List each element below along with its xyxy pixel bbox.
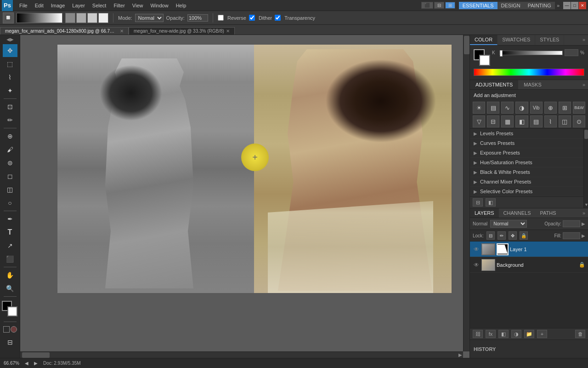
move-tool[interactable]: ✥ — [3, 44, 17, 57]
preset-channel-mixer[interactable]: ▶ Channel Mixer Presets — [470, 177, 588, 187]
scroll-down-icon[interactable]: ▼ — [584, 202, 588, 207]
dither-checkbox[interactable] — [249, 15, 255, 21]
adj-bw[interactable]: B&W — [573, 102, 585, 114]
gradient-swatch-4[interactable] — [98, 13, 108, 23]
menu-window[interactable]: Window — [147, 2, 172, 9]
menu-layer[interactable]: Layer — [68, 2, 89, 9]
magic-wand-tool[interactable]: ✦ — [3, 84, 17, 97]
toolbar-collapse[interactable]: ◀▶ — [6, 37, 14, 42]
color-bg-swatch[interactable] — [479, 55, 490, 66]
mode-btn-1[interactable]: ⬛ — [421, 2, 433, 9]
presets-scrollbar[interactable]: ▼ — [583, 129, 588, 208]
menu-help[interactable]: Help — [172, 2, 190, 9]
adj-levels[interactable]: ▤ — [487, 102, 499, 114]
tab-paths[interactable]: PATHS — [536, 208, 561, 218]
essentials-button[interactable]: ESSENTIALS — [459, 2, 498, 9]
opacity-arrow[interactable]: ▶ — [582, 221, 585, 226]
hand-tool[interactable]: ✋ — [3, 269, 17, 282]
adj-panel-options[interactable]: » — [580, 80, 588, 89]
layer-link-icon[interactable]: ⛓ — [473, 330, 483, 338]
adj-color-balance[interactable]: ⊞ — [559, 102, 571, 114]
brush-tool[interactable]: 🖌 — [3, 143, 17, 156]
adj-vibrance[interactable]: Vib — [530, 102, 543, 114]
layer-item-1[interactable]: 👁 Layer 1 — [470, 242, 588, 257]
layer-item-background[interactable]: 👁 Background 🔒 — [470, 257, 588, 273]
shape-tool[interactable]: ⬛ — [3, 253, 17, 265]
adj-threshold[interactable]: ⌇ — [544, 115, 557, 127]
background-color[interactable] — [7, 306, 17, 316]
eraser-tool[interactable]: ◻ — [3, 170, 17, 183]
lock-pixels-icon[interactable]: ✏ — [498, 231, 506, 240]
adj-posterize[interactable]: ▤ — [530, 115, 543, 127]
reverse-checkbox[interactable] — [218, 15, 224, 21]
path-select-tool[interactable]: ↗ — [3, 239, 17, 252]
tab-2[interactable]: megan_fox_new-wide.jpg @ 33.3% (RGB/8) ✕ — [129, 27, 235, 34]
tab-channels[interactable]: CHANNELS — [499, 208, 536, 218]
adj-selective-color[interactable]: ⊙ — [573, 115, 585, 127]
menu-image[interactable]: Image — [47, 2, 69, 9]
window-close[interactable]: ✕ — [579, 2, 586, 9]
dodge-tool[interactable]: ○ — [3, 196, 17, 209]
adj-brightness[interactable]: ☀ — [473, 102, 485, 114]
canvas-scrollbar-v[interactable] — [463, 35, 469, 351]
scroll-arrow-right[interactable]: ▶ — [458, 352, 462, 357]
color-spectrum[interactable] — [474, 69, 584, 76]
k-channel-value[interactable]: 0 — [565, 49, 578, 56]
tab-layers[interactable]: LAYERS — [470, 208, 499, 218]
k-channel-slider[interactable] — [499, 51, 563, 55]
status-arrow-left[interactable]: ◀ — [25, 361, 28, 366]
preset-curves[interactable]: ▶ Curves Presets — [470, 138, 588, 148]
lock-all-icon[interactable]: 🔒 — [520, 231, 528, 240]
lock-position-icon[interactable]: ✥ — [509, 231, 517, 240]
preset-exposure[interactable]: ▶ Exposure Presets — [470, 148, 588, 158]
gradient-preview[interactable] — [17, 13, 62, 23]
transparency-checkbox[interactable] — [275, 15, 281, 21]
gradient-swatch-2[interactable] — [76, 13, 86, 23]
adj-photo-filter[interactable]: ▽ — [473, 115, 485, 127]
quick-mask[interactable] — [3, 324, 17, 334]
preset-levels[interactable]: ▶ Levels Presets — [470, 129, 588, 138]
adj-new-icon[interactable]: ⊟ — [473, 198, 483, 207]
canvas-area[interactable]: + ▶ — [20, 35, 469, 358]
tool-preset-picker[interactable]: 🔲 — [3, 12, 14, 23]
preset-bw[interactable]: ▶ Black & White Presets — [470, 167, 588, 177]
zoom-tool[interactable]: 🔍 — [3, 282, 17, 295]
layer-adj-icon[interactable]: ◑ — [511, 330, 521, 338]
status-arrow-right[interactable]: ▶ — [34, 361, 38, 366]
layers-panel-options[interactable]: » — [580, 208, 588, 218]
pen-tool[interactable]: ✒ — [3, 213, 17, 225]
gradient-swatch-3[interactable] — [87, 13, 97, 23]
crop-tool[interactable]: ⊡ — [3, 100, 17, 113]
mode-select[interactable]: Normal — [135, 14, 164, 22]
opacity-input[interactable] — [187, 14, 208, 22]
layer-folder-icon[interactable]: 📁 — [524, 330, 534, 338]
lasso-tool[interactable]: ⌇ — [3, 71, 17, 84]
menu-filter[interactable]: Filter — [110, 2, 128, 9]
layer-bg-visibility[interactable]: 👁 — [473, 262, 480, 268]
adj-invert[interactable]: ◧ — [515, 115, 528, 127]
menu-select[interactable]: Select — [89, 2, 110, 9]
preset-selective-color[interactable]: ▶ Selective Color Presets — [470, 187, 588, 196]
menu-edit[interactable]: Edit — [31, 2, 47, 9]
window-maximize[interactable]: □ — [571, 2, 578, 9]
adj-gradient-map[interactable]: ◫ — [559, 115, 571, 127]
window-minimize[interactable]: — — [563, 2, 571, 9]
eyedropper-tool[interactable]: ✏ — [3, 114, 17, 126]
gradient-swatch-1[interactable] — [65, 13, 75, 23]
layer-delete-icon[interactable]: 🗑 — [575, 330, 585, 338]
menu-view[interactable]: View — [129, 2, 147, 9]
opacity-value-layers[interactable]: 100% — [563, 220, 580, 227]
layer-1-visibility[interactable]: 👁 — [473, 246, 480, 253]
adj-color-lookup[interactable]: ▦ — [501, 115, 514, 127]
preset-huesat[interactable]: ▶ Hue/Saturation Presets — [470, 158, 588, 167]
lock-transparent-icon[interactable]: ⊟ — [486, 231, 495, 240]
clone-tool[interactable]: ⊚ — [3, 156, 17, 169]
adj-channel-mixer[interactable]: ⊟ — [487, 115, 499, 127]
layer-fx-icon[interactable]: fx — [486, 330, 496, 338]
more-workspaces[interactable]: » — [555, 3, 561, 8]
screen-mode[interactable]: ⊟ — [3, 336, 17, 349]
adj-hue-sat[interactable]: ⊕ — [544, 102, 557, 114]
mode-btn-2[interactable]: ⊟ — [434, 2, 444, 9]
layer-mask-icon[interactable]: ◧ — [498, 330, 509, 338]
adj-curves[interactable]: ∿ — [501, 102, 514, 114]
